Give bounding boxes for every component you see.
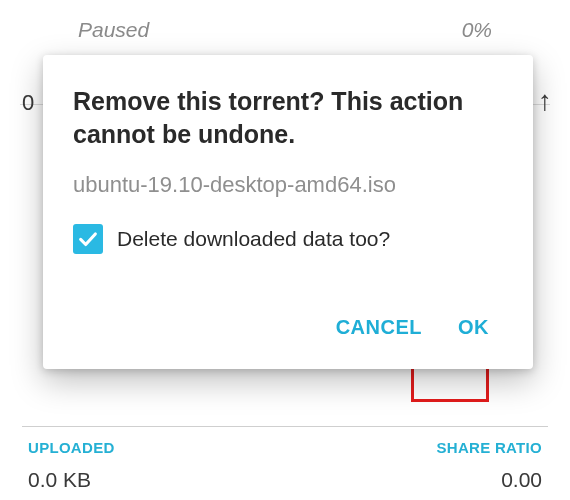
share-ratio-value: 0.00 bbox=[501, 468, 542, 492]
bg-fragment-left: 0 bbox=[22, 90, 34, 116]
uploaded-label: UPLOADED bbox=[28, 439, 115, 456]
torrent-progress: 0% bbox=[462, 18, 492, 42]
delete-data-label: Delete downloaded data too? bbox=[117, 227, 390, 251]
check-icon bbox=[77, 228, 99, 250]
delete-data-option[interactable]: Delete downloaded data too? bbox=[73, 224, 505, 254]
uploaded-value: 0.0 KB bbox=[28, 468, 91, 492]
dialog-filename: ubuntu-19.10-desktop-amd64.iso bbox=[73, 172, 505, 198]
stats-section: UPLOADED SHARE RATIO 0.0 KB 0.00 bbox=[0, 426, 570, 500]
dialog-actions: CANCEL OK bbox=[73, 306, 505, 349]
divider bbox=[22, 426, 548, 427]
status-row: Paused 0% bbox=[20, 0, 550, 42]
delete-data-checkbox[interactable] bbox=[73, 224, 103, 254]
remove-torrent-dialog: Remove this torrent? This action cannot … bbox=[43, 55, 533, 369]
upload-icon: ↑ bbox=[538, 85, 552, 117]
ok-button[interactable]: OK bbox=[442, 306, 505, 349]
cancel-button[interactable]: CANCEL bbox=[320, 306, 438, 349]
share-ratio-label: SHARE RATIO bbox=[436, 439, 542, 456]
torrent-status: Paused bbox=[78, 18, 149, 42]
dialog-title: Remove this torrent? This action cannot … bbox=[73, 85, 505, 150]
